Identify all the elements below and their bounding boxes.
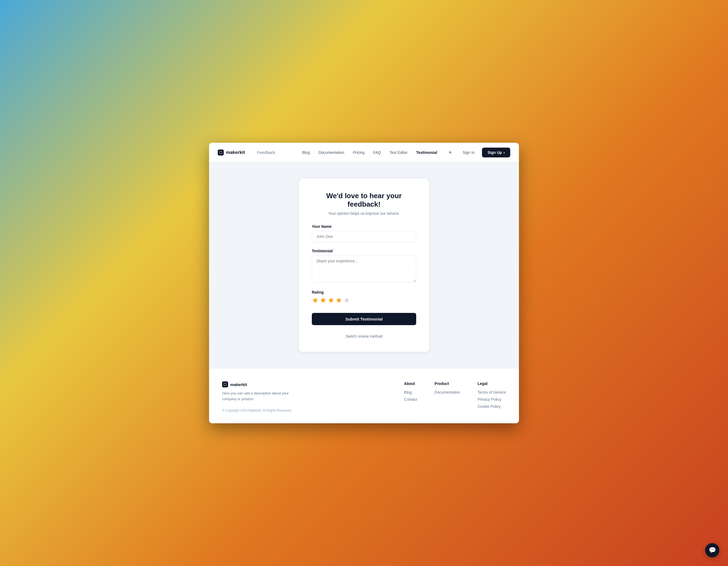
name-input[interactable] [312, 231, 416, 242]
sign-up-label: Sign Up [487, 150, 502, 155]
textarea-wrapper [312, 255, 416, 284]
footer-link-cookie[interactable]: Cookie Policy [478, 404, 506, 409]
footer-link-documentation[interactable]: Documentation [435, 390, 460, 394]
footer-description: Here you can add a description about you… [222, 391, 293, 402]
name-field-group: Your Name [312, 224, 416, 242]
footer-col-product-title: Product [435, 381, 460, 386]
nav-actions: ☀ Sign In Sign Up › [445, 148, 510, 157]
footer-links: About Blog Contact Product Documentation… [404, 381, 506, 411]
sign-up-button[interactable]: Sign Up › [482, 148, 510, 157]
star-3[interactable]: ★ [328, 297, 334, 304]
testimonial-field-group: Testimonial [312, 249, 416, 284]
star-2[interactable]: ★ [320, 297, 326, 304]
footer-inner: makerkit Here you can add a description … [222, 381, 506, 412]
footer-logo-name: makerkit [230, 382, 247, 387]
theme-toggle-button[interactable]: ☀ [445, 148, 455, 157]
footer-link-terms[interactable]: Terms of Service [478, 390, 506, 394]
switch-method-container: Switch review method [312, 334, 416, 339]
navbar: makerkit Feedback Blog Documentation Pri… [209, 143, 519, 162]
footer-copyright: © Copyright 2024 Makerkit. All Rights Re… [222, 409, 393, 412]
footer-col-legal: Legal Terms of Service Privacy Policy Co… [478, 381, 506, 411]
logo-icon-inner [219, 151, 222, 154]
footer-link-blog[interactable]: Blog [404, 390, 417, 394]
rating-label: Rating [312, 290, 416, 294]
footer-logo-icon-inner [224, 383, 226, 386]
switch-review-method-button[interactable]: Switch review method [346, 334, 382, 338]
nav-blog[interactable]: Blog [298, 148, 314, 157]
nav-text-editor[interactable]: Text Editor [386, 148, 411, 157]
testimonial-textarea[interactable] [312, 255, 416, 282]
footer-col-product: Product Documentation [435, 381, 460, 411]
submit-testimonial-button[interactable]: Submit Testimonial [312, 313, 416, 325]
name-label: Your Name [312, 224, 416, 229]
browser-window: makerkit Feedback Blog Documentation Pri… [209, 143, 519, 423]
star-4[interactable]: ★ [335, 297, 342, 304]
card-subtitle: Your opinion helps us improve our servic… [312, 211, 416, 216]
footer-brand: makerkit Here you can add a description … [222, 381, 393, 412]
chevron-right-icon: › [503, 150, 505, 155]
nav-pricing[interactable]: Pricing [349, 148, 368, 157]
rating-group: Rating ★ ★ ★ ★ ★ [312, 290, 416, 304]
footer-logo: makerkit [222, 381, 393, 387]
footer-col-about-title: About [404, 381, 417, 386]
main-content: We'd love to hear your feedback! Your op… [209, 162, 519, 368]
footer-link-privacy[interactable]: Privacy Policy [478, 397, 506, 402]
footer-col-legal-title: Legal [478, 381, 506, 386]
card-title: We'd love to hear your feedback! [312, 192, 416, 209]
chat-icon: 💬 [709, 547, 716, 554]
current-page-label: Feedback [251, 150, 275, 155]
rating-stars: ★ ★ ★ ★ ★ [312, 297, 416, 304]
nav-links: Blog Documentation Pricing FAQ Text Edit… [298, 148, 441, 157]
nav-faq[interactable]: FAQ [369, 148, 385, 157]
nav-testimonial[interactable]: Testimonial [412, 148, 441, 157]
logo-text: makerkit [226, 150, 245, 155]
chat-widget-button[interactable]: 💬 [705, 543, 719, 557]
star-1[interactable]: ★ [312, 297, 319, 304]
footer: makerkit Here you can add a description … [209, 368, 519, 423]
feedback-card: We'd love to hear your feedback! Your op… [299, 179, 429, 352]
sign-in-button[interactable]: Sign In [458, 148, 479, 157]
footer-col-about: About Blog Contact [404, 381, 417, 411]
brand: makerkit [218, 150, 245, 156]
sun-icon: ☀ [448, 150, 452, 156]
footer-logo-icon [222, 381, 228, 387]
star-5[interactable]: ★ [343, 297, 350, 304]
testimonial-label: Testimonial [312, 249, 416, 253]
logo-icon [218, 150, 224, 156]
footer-link-contact[interactable]: Contact [404, 397, 417, 402]
nav-documentation[interactable]: Documentation [315, 148, 348, 157]
